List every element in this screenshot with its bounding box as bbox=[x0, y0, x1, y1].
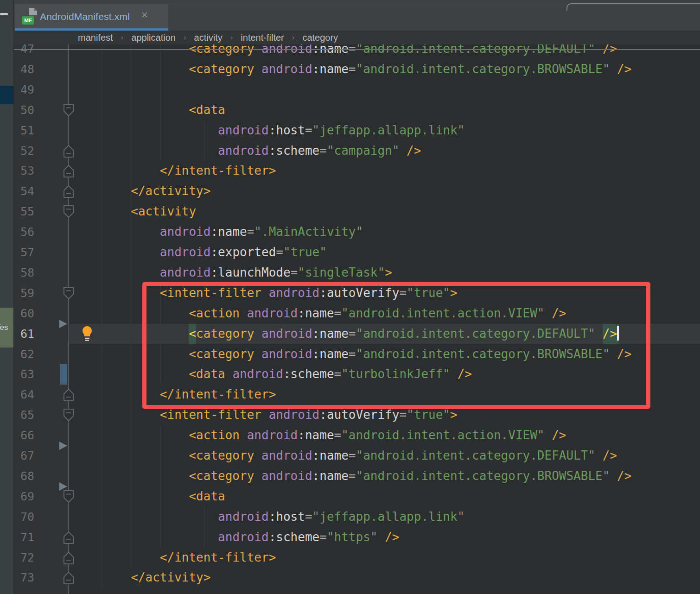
code-text[interactable]: <data bbox=[73, 100, 225, 120]
code-text[interactable]: <action android:name="android.intent.act… bbox=[73, 303, 566, 324]
line-number[interactable]: 55 bbox=[14, 202, 34, 222]
line-number[interactable]: 49 bbox=[14, 80, 34, 100]
code-line-61[interactable]: 61 <category android:name="android.inten… bbox=[14, 324, 700, 344]
code-line-63[interactable]: 63 <data android:scheme="turbolinkJeff" … bbox=[14, 364, 700, 385]
line-number[interactable]: 63 bbox=[14, 364, 34, 385]
code-line-67[interactable]: 67 <category android:name="android.inten… bbox=[14, 446, 700, 466]
code-text[interactable]: </intent-filter> bbox=[73, 385, 276, 405]
code-line-58[interactable]: 58 android:launchMode="singleTask"> bbox=[14, 263, 700, 283]
code-line-64[interactable]: 64 </intent-filter> bbox=[14, 385, 700, 405]
stripe-test-badge[interactable]: Tes bbox=[0, 308, 14, 348]
breadcrumb-item-intent-filter[interactable]: intent-filter bbox=[241, 32, 284, 43]
line-number[interactable]: 60 bbox=[14, 303, 34, 324]
code-line-71[interactable]: 71 android:scheme="https" /> bbox=[14, 527, 700, 548]
code-text[interactable]: <intent-filter android:autoVerify="true"… bbox=[73, 283, 458, 303]
code-text[interactable]: <data android:scheme="turbolinkJeff" /> bbox=[73, 364, 472, 385]
code-line-68[interactable]: 68 <category android:name="android.inten… bbox=[14, 466, 700, 487]
token-q: " bbox=[588, 327, 595, 341]
token-w bbox=[610, 347, 617, 361]
breadcrumb-item-manifest[interactable]: manifest bbox=[78, 32, 113, 43]
line-number[interactable]: 56 bbox=[14, 222, 34, 242]
code-text[interactable]: </activity> bbox=[73, 568, 210, 588]
code-text[interactable]: <category android:name="android.intent.c… bbox=[73, 466, 631, 487]
code-text[interactable]: android:launchMode="singleTask"> bbox=[73, 263, 392, 283]
code-text[interactable]: android:scheme="campaign" /> bbox=[73, 141, 421, 161]
code-line-60[interactable]: 60 <action android:name="android.intent.… bbox=[14, 303, 700, 324]
code-line-55[interactable]: 55 <activity bbox=[14, 202, 700, 222]
stripe-minimize-icon[interactable] bbox=[0, 13, 8, 15]
line-number[interactable]: 52 bbox=[14, 141, 34, 161]
code-text[interactable]: <category android:name="android.intent.c… bbox=[73, 324, 619, 344]
line-number[interactable]: 59 bbox=[14, 283, 34, 303]
line-number[interactable]: 68 bbox=[14, 466, 34, 487]
code-line-62[interactable]: 62 <category android:name="android.inten… bbox=[14, 344, 700, 365]
code-text[interactable]: android:name=".MainActivity" bbox=[73, 222, 363, 242]
code-text[interactable]: <category android:name="android.intent.c… bbox=[73, 44, 617, 59]
code-line-57[interactable]: 57 android:exported="true" bbox=[14, 242, 700, 263]
line-number[interactable]: 67 bbox=[14, 446, 34, 466]
code-text[interactable]: <activity bbox=[73, 202, 196, 222]
code-text[interactable]: android:host="jeffapp.allapp.link" bbox=[73, 120, 465, 141]
token-o: = bbox=[349, 62, 356, 76]
tab-close-icon[interactable]: ✕ bbox=[141, 10, 148, 20]
code-editor[interactable]: 47 <category android:name="android.inten… bbox=[14, 44, 700, 594]
code-line-48[interactable]: 48 <category android:name="android.inten… bbox=[14, 59, 700, 80]
line-number[interactable]: 47 bbox=[14, 44, 34, 59]
code-line-50[interactable]: 50 <data bbox=[14, 100, 700, 120]
stripe-selected-marker[interactable] bbox=[0, 86, 14, 104]
token-t: <category bbox=[189, 347, 254, 361]
line-number[interactable]: 65 bbox=[14, 405, 34, 425]
code-line-59[interactable]: 59 <intent-filter android:autoVerify="tr… bbox=[14, 283, 700, 303]
line-number[interactable]: 53 bbox=[14, 161, 34, 181]
code-text[interactable]: android:host="jeffapp.allapp.link" bbox=[73, 507, 465, 527]
code-text[interactable]: android:scheme="https" /> bbox=[73, 527, 399, 548]
line-number[interactable]: 70 bbox=[14, 507, 34, 527]
code-text[interactable]: </intent-filter> bbox=[73, 548, 276, 568]
code-text[interactable]: </activity> bbox=[73, 181, 210, 202]
line-number[interactable]: 69 bbox=[14, 487, 34, 507]
code-line-73[interactable]: 73 </activity> bbox=[14, 568, 700, 588]
code-line-52[interactable]: 52 android:scheme="campaign" /> bbox=[14, 141, 700, 161]
vcs-change-marker[interactable] bbox=[60, 364, 67, 385]
token-a: :launchMode bbox=[210, 265, 290, 279]
code-text[interactable]: <category android:name="android.intent.c… bbox=[73, 59, 631, 80]
code-line-70[interactable]: 70 android:host="jeffapp.allapp.link" bbox=[14, 507, 700, 527]
line-number[interactable]: 51 bbox=[14, 120, 34, 141]
line-number[interactable]: 61 bbox=[14, 324, 34, 344]
code-text[interactable]: <category android:name="android.intent.c… bbox=[73, 344, 631, 365]
code-line-66[interactable]: 66 <action android:name="android.intent.… bbox=[14, 425, 700, 446]
code-text[interactable]: <intent-filter android:autoVerify="true"… bbox=[73, 405, 458, 425]
line-number[interactable]: 62 bbox=[14, 344, 34, 365]
line-number[interactable]: 64 bbox=[14, 385, 34, 405]
code-line-72[interactable]: 72 </intent-filter> bbox=[14, 548, 700, 568]
token-q: " bbox=[588, 449, 595, 462]
code-line-49[interactable]: 49 bbox=[14, 80, 700, 100]
code-text[interactable]: <category android:name="android.intent.c… bbox=[73, 446, 617, 466]
tab-androidmanifest[interactable]: MF AndroidManifest.xml ✕ bbox=[15, 4, 168, 28]
code-line-47[interactable]: 47 <category android:name="android.inten… bbox=[14, 44, 700, 59]
line-number[interactable]: 73 bbox=[14, 568, 34, 588]
breadcrumb-item-application[interactable]: application bbox=[131, 32, 176, 43]
breadcrumb-item-category[interactable]: category bbox=[302, 32, 338, 43]
breadcrumb-bottom-divider bbox=[14, 49, 700, 50]
code-text[interactable]: android:exported="true" bbox=[73, 242, 327, 263]
line-number[interactable]: 57 bbox=[14, 242, 34, 263]
code-text[interactable]: <action android:name="android.intent.act… bbox=[73, 425, 566, 446]
code-line-65[interactable]: 65 <intent-filter android:autoVerify="tr… bbox=[14, 405, 700, 425]
line-number[interactable]: 66 bbox=[14, 425, 34, 446]
code-line-54[interactable]: 54 </activity> bbox=[14, 181, 700, 202]
line-number[interactable]: 58 bbox=[14, 263, 34, 283]
code-text[interactable]: <data bbox=[73, 487, 225, 507]
line-number[interactable]: 48 bbox=[14, 59, 34, 80]
code-line-51[interactable]: 51 android:host="jeffapp.allapp.link" bbox=[14, 120, 700, 141]
code-text[interactable]: </intent-filter> bbox=[73, 161, 276, 181]
code-line-69[interactable]: 69 <data bbox=[14, 487, 700, 507]
line-number[interactable]: 50 bbox=[14, 100, 34, 120]
line-number[interactable]: 71 bbox=[14, 527, 34, 548]
line-number[interactable]: 72 bbox=[14, 548, 34, 568]
code-line-56[interactable]: 56 android:name=".MainActivity" bbox=[14, 222, 700, 242]
line-number[interactable]: 54 bbox=[14, 181, 34, 202]
token-t: </intent-filter> bbox=[160, 550, 276, 564]
code-line-53[interactable]: 53 </intent-filter> bbox=[14, 161, 700, 181]
breadcrumb-item-activity[interactable]: activity bbox=[194, 32, 223, 43]
